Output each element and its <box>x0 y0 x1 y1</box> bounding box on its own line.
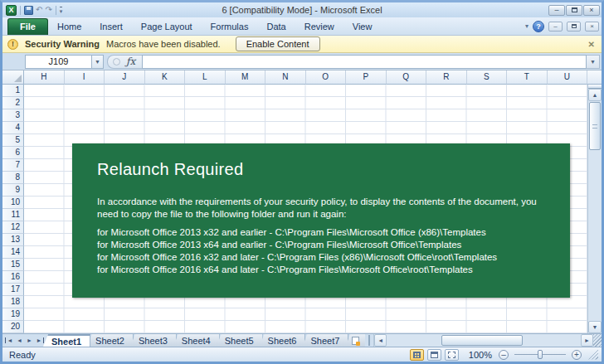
formula-input[interactable] <box>142 55 587 69</box>
row-header[interactable]: 14 <box>2 246 24 259</box>
workbook-restore-button[interactable] <box>567 22 581 32</box>
column-header[interactable]: U <box>548 70 588 85</box>
workbook-close-button[interactable]: × <box>585 22 599 32</box>
column-header[interactable]: K <box>145 70 186 85</box>
horizontal-scrollbar[interactable]: ◄ ► <box>373 334 602 347</box>
column-header[interactable]: H <box>24 70 65 85</box>
row-header[interactable]: 7 <box>2 159 24 172</box>
scroll-right-icon[interactable]: ► <box>581 334 593 347</box>
name-box[interactable]: J109 <box>25 55 91 69</box>
insert-worksheet-icon <box>352 337 359 345</box>
save-icon[interactable] <box>24 6 33 15</box>
window-title: 6 [Compatibility Mode] - Microsoft Excel <box>2 5 602 15</box>
customize-qat-dropdown-icon[interactable]: ▾ <box>60 7 63 14</box>
undo-icon[interactable]: ↶ <box>36 6 42 14</box>
select-all-corner[interactable] <box>2 70 24 85</box>
zoom-level-label[interactable]: 100% <box>469 350 492 360</box>
row-header[interactable]: 15 <box>2 259 24 271</box>
row-header[interactable]: 17 <box>2 284 24 296</box>
column-header[interactable]: M <box>226 70 266 85</box>
column-header[interactable]: T <box>507 70 548 85</box>
zoom-slider-thumb[interactable] <box>538 350 543 359</box>
help-icon[interactable]: ? <box>533 21 544 32</box>
tab-file[interactable]: File <box>7 18 48 35</box>
sheet-tab-sheet5[interactable]: Sheet5 <box>217 334 263 347</box>
horizontal-scroll-track[interactable] <box>387 334 581 347</box>
close-button[interactable]: × <box>583 5 600 16</box>
column-header[interactable]: P <box>346 70 387 85</box>
sheet-tab-sheet6[interactable]: Sheet6 <box>260 334 306 347</box>
scrollbar-resize-grip[interactable] <box>593 334 602 347</box>
row-header[interactable]: 11 <box>2 209 24 221</box>
minimize-button[interactable]: – <box>548 5 565 16</box>
row-header[interactable]: 16 <box>2 271 24 284</box>
sheet-tab-sheet3[interactable]: Sheet3 <box>130 334 177 347</box>
tab-home[interactable]: Home <box>48 19 90 35</box>
column-header[interactable]: J <box>105 70 145 85</box>
tab-formulas[interactable]: Formulas <box>202 19 258 35</box>
enable-content-button[interactable]: Enable Content <box>236 36 320 51</box>
column-header[interactable]: N <box>265 70 306 85</box>
column-header[interactable]: O <box>306 70 347 85</box>
tab-data[interactable]: Data <box>257 19 295 35</box>
sheet-tab-sheet4[interactable]: Sheet4 <box>173 334 220 347</box>
expand-formula-bar-icon[interactable]: ▼ <box>587 55 600 69</box>
window-resize-grip[interactable] <box>588 350 598 360</box>
page-break-view-button[interactable] <box>445 349 459 361</box>
tab-view[interactable]: View <box>343 19 382 35</box>
vertical-scroll-thumb[interactable] <box>589 102 601 150</box>
scroll-up-icon[interactable]: ▲ <box>588 89 602 101</box>
row-header[interactable]: 4 <box>2 122 24 134</box>
sheet-tab-bar: ◄ ◄ ► ► Sheet1 Sheet2 Sheet3 Sheet4 Shee… <box>2 333 602 347</box>
normal-view-button[interactable] <box>410 349 424 361</box>
expand-ribbon-icon[interactable]: ▾ <box>525 22 528 30</box>
column-header[interactable]: L <box>185 70 226 85</box>
tab-splitter-handle[interactable] <box>367 335 372 346</box>
row-header[interactable]: 5 <box>2 134 24 147</box>
tab-review[interactable]: Review <box>295 19 343 35</box>
row-header[interactable]: 19 <box>2 308 24 321</box>
maximize-button[interactable] <box>566 5 582 16</box>
column-header-row: H I J K L M N O P Q R S T U <box>2 70 602 85</box>
row-header[interactable]: 12 <box>2 221 24 234</box>
tab-insert[interactable]: Insert <box>90 19 132 35</box>
row-header[interactable]: 2 <box>2 97 24 109</box>
redo-icon[interactable]: ↷ <box>45 6 51 14</box>
next-sheet-icon[interactable]: ► <box>25 337 34 343</box>
relaunch-required-message[interactable]: Relaunch Required In accordance with the… <box>72 143 570 298</box>
scroll-left-icon[interactable]: ◄ <box>374 334 387 347</box>
insert-function-icon[interactable]: ƒx <box>126 56 135 67</box>
page-layout-view-button[interactable] <box>427 349 441 361</box>
tab-page-layout[interactable]: Page Layout <box>132 19 202 35</box>
row-header[interactable]: 1 <box>2 85 24 97</box>
row-header-column: 1 2 3 4 5 6 7 8 9 10 11 12 13 14 15 16 1… <box>2 85 24 333</box>
vertical-scrollbar[interactable]: ▲ ▼ <box>587 85 602 333</box>
zoom-in-icon[interactable]: + <box>572 350 582 360</box>
column-header[interactable]: I <box>65 70 105 85</box>
zoom-out-icon[interactable]: – <box>499 350 509 360</box>
column-header[interactable]: Q <box>387 70 427 85</box>
previous-sheet-icon[interactable]: ◄ <box>15 337 24 343</box>
row-header[interactable]: 8 <box>2 172 24 184</box>
row-header[interactable]: 13 <box>2 234 24 246</box>
scroll-down-icon[interactable]: ▼ <box>588 321 602 333</box>
workbook-minimize-button[interactable]: – <box>548 22 563 32</box>
row-header[interactable]: 18 <box>2 296 24 308</box>
first-sheet-icon[interactable]: ◄ <box>5 337 14 343</box>
name-box-dropdown-icon[interactable]: ▼ <box>91 55 104 69</box>
zoom-slider[interactable] <box>514 350 566 359</box>
row-header[interactable]: 9 <box>2 184 24 197</box>
excel-app-icon[interactable]: X <box>6 5 17 16</box>
horizontal-scroll-thumb[interactable] <box>441 335 523 346</box>
column-header[interactable]: S <box>467 70 508 85</box>
sheet-tab-sheet1[interactable]: Sheet1 <box>43 334 90 347</box>
sheet-tab-sheet2[interactable]: Sheet2 <box>87 334 134 347</box>
last-sheet-icon[interactable]: ► <box>35 337 44 343</box>
close-icon[interactable]: ✕ <box>588 40 595 49</box>
row-header[interactable]: 20 <box>2 321 24 333</box>
row-header[interactable]: 10 <box>2 197 24 209</box>
sheet-tab-sheet7[interactable]: Sheet7 <box>302 334 348 347</box>
column-header[interactable]: R <box>426 70 467 85</box>
row-header[interactable]: 3 <box>2 109 24 122</box>
row-header[interactable]: 6 <box>2 147 24 159</box>
